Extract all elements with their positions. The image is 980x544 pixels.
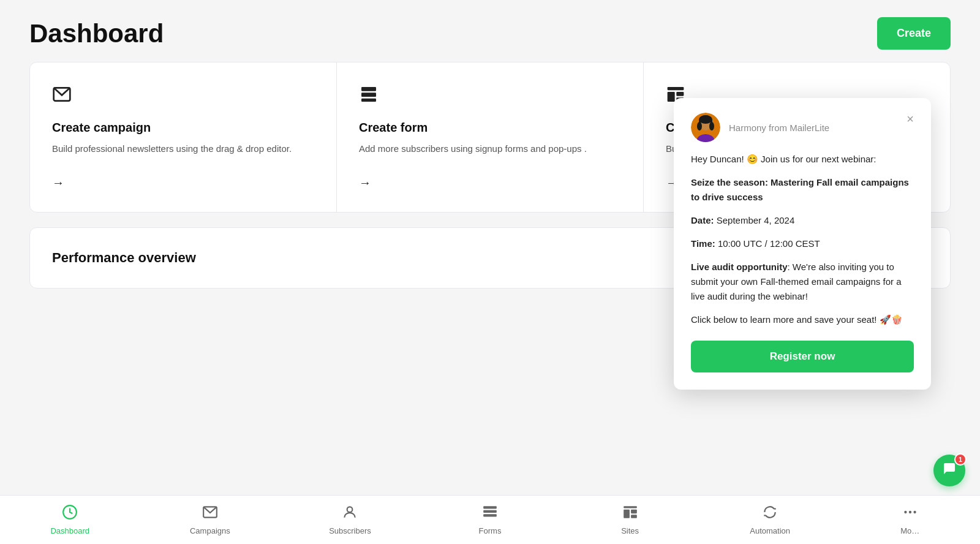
nav-item-subscribers[interactable]: Subscribers <box>280 499 420 540</box>
register-now-button[interactable]: Register now <box>691 341 914 372</box>
svg-rect-21 <box>624 506 637 508</box>
popup-time: Time: 10:00 UTC / 12:00 CEST <box>691 236 914 251</box>
svg-rect-1 <box>361 87 376 91</box>
popup-date-label: Date: <box>691 215 714 225</box>
page-title: Dashboard <box>29 19 164 48</box>
chat-icon <box>942 461 957 480</box>
nav-item-forms[interactable]: Forms <box>420 499 560 540</box>
svg-point-27 <box>913 511 916 513</box>
create-campaign-title: Create campaign <box>52 121 314 135</box>
more-icon <box>902 504 918 524</box>
create-form-desc: Add more subscribers using signup forms … <box>359 142 621 156</box>
nav-label-dashboard: Dashboard <box>50 526 89 535</box>
popup-headline-text: Seize the season: Mastering Fall email c… <box>691 177 909 202</box>
nav-label-automation: Automation <box>750 526 790 535</box>
nav-label-subscribers: Subscribers <box>329 526 371 535</box>
subscribers-icon <box>342 504 358 524</box>
nav-item-more[interactable]: Mo… <box>840 499 980 540</box>
chat-badge: 1 <box>954 453 967 466</box>
avatar <box>691 113 720 142</box>
create-campaign-card[interactable]: Create campaign Build professional newsl… <box>30 62 337 212</box>
popup-intro: Hey Duncan! 😊 Join us for our next webin… <box>691 152 914 167</box>
popup-body: Hey Duncan! 😊 Join us for our next webin… <box>691 152 914 372</box>
nav-label-sites: Sites <box>621 526 639 535</box>
popup-audit: Live audit opportunity: We're also invit… <box>691 260 914 304</box>
create-form-card[interactable]: Create form Add more subscribers using s… <box>337 62 644 212</box>
svg-point-26 <box>909 511 911 513</box>
create-campaign-desc: Build professional newsletters using the… <box>52 142 314 156</box>
popup-close-button[interactable]: × <box>907 113 914 125</box>
popup-date-value: September 4, 2024 <box>717 215 795 225</box>
popup-time-label: Time: <box>691 238 715 249</box>
form-icon <box>359 85 621 108</box>
svg-rect-6 <box>676 92 684 96</box>
popup-line1: Hey Duncan! 😊 Join us for our next webin… <box>691 154 876 164</box>
campaigns-icon <box>202 504 218 524</box>
svg-point-12 <box>697 122 702 130</box>
nav-item-campaigns[interactable]: Campaigns <box>140 499 281 540</box>
svg-rect-22 <box>624 510 630 518</box>
svg-rect-20 <box>483 514 497 516</box>
nav-label-forms: Forms <box>479 526 502 535</box>
header: Dashboard Create <box>0 0 980 62</box>
nav-item-sites[interactable]: Sites <box>560 499 700 540</box>
svg-point-13 <box>709 122 714 130</box>
popup-headline: Seize the season: Mastering Fall email c… <box>691 175 914 205</box>
svg-rect-3 <box>361 99 376 102</box>
nav-label-more: Mo… <box>900 526 919 535</box>
popup-header: Harmony from MailerLite × <box>691 113 914 142</box>
svg-rect-4 <box>668 87 684 90</box>
nav-item-automation[interactable]: Automation <box>700 499 840 540</box>
campaign-icon <box>52 85 314 108</box>
forms-icon <box>482 504 498 524</box>
bottom-navigation: Dashboard Campaigns Subscribers <box>0 495 980 544</box>
nav-label-campaigns: Campaigns <box>190 526 230 535</box>
sites-icon <box>622 504 638 524</box>
nav-item-dashboard[interactable]: Dashboard <box>0 499 140 540</box>
webinar-popup: Harmony from MailerLite × Hey Duncan! 😊 … <box>674 98 931 390</box>
popup-date: Date: September 4, 2024 <box>691 213 914 228</box>
svg-point-25 <box>904 511 907 513</box>
svg-rect-19 <box>483 510 497 513</box>
popup-time-value: 10:00 UTC / 12:00 CEST <box>718 238 820 249</box>
dashboard-icon <box>62 504 78 524</box>
popup-sender-name: Harmony from MailerLite <box>729 123 829 133</box>
svg-point-11 <box>699 115 712 124</box>
svg-rect-23 <box>631 510 637 514</box>
popup-cta-text: Click below to learn more and save your … <box>691 312 914 327</box>
svg-rect-5 <box>668 92 675 102</box>
svg-point-17 <box>347 507 353 512</box>
popup-audit-label: Live audit opportunity <box>691 262 788 272</box>
svg-rect-2 <box>361 93 376 97</box>
create-campaign-arrow: → <box>52 176 314 190</box>
create-form-arrow: → <box>359 176 621 190</box>
automation-icon <box>762 504 778 524</box>
chat-button[interactable]: 1 <box>933 455 965 486</box>
svg-rect-24 <box>631 515 637 518</box>
create-button[interactable]: Create <box>877 17 951 50</box>
create-form-title: Create form <box>359 121 621 135</box>
svg-rect-18 <box>483 506 497 508</box>
